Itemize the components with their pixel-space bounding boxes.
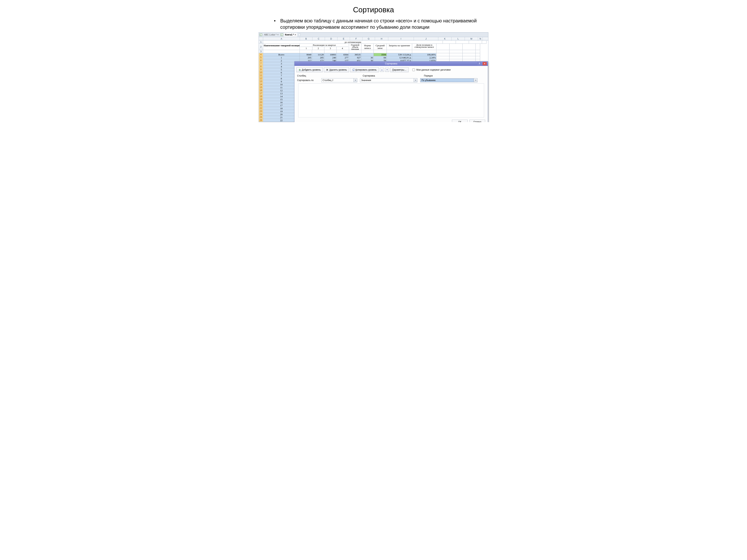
svg-text:X: X — [281, 34, 282, 36]
col-D[interactable]: D — [325, 37, 337, 41]
headers-checkbox[interactable]: Мои данные содержат заголовки — [412, 68, 450, 72]
row-5[interactable]: 5 1 205 205 240 277 927 30 84 12 640,91 … — [259, 56, 488, 59]
excel-file-icon-2: X — [281, 33, 283, 36]
move-down-icon — [386, 69, 388, 71]
cell-J2[interactable]: Доля позиции в совокупном запасе — [412, 44, 436, 50]
excel-file-icon: X — [260, 33, 262, 36]
select-all-corner[interactable] — [259, 37, 263, 41]
tab-abc1-close-icon[interactable]: × — [277, 33, 279, 36]
cell-I2[interactable]: Затраты на хранение — [387, 44, 412, 50]
sort-dialog-title: Сортировка — [385, 62, 397, 65]
sort-column-combo[interactable]: Столбец J ▾ — [321, 78, 357, 82]
col-I[interactable]: I — [388, 37, 414, 41]
add-level-icon — [299, 69, 301, 71]
delete-level-label: Удалить уровень — [329, 69, 347, 71]
col-B[interactable]: B — [300, 37, 312, 41]
col-L[interactable]: L — [452, 37, 465, 41]
copy-level-icon — [352, 69, 355, 71]
slide-title: Сортировка — [255, 6, 492, 14]
col-F[interactable]: F — [350, 37, 362, 41]
cell-A2[interactable]: Наименование товарной позиции — [263, 44, 300, 50]
bullet-dot: • — [274, 18, 276, 30]
cell-header-merged[interactable]: до оптимизации — [263, 41, 443, 44]
sort-col-header: Столбец — [297, 74, 322, 77]
cell-F2[interactable]: Годовой объем продаж — [349, 44, 361, 50]
col-C[interactable]: C — [312, 37, 325, 41]
tab-abc1[interactable]: ABC 1.xlsx * × — [263, 33, 280, 37]
sort-dialog-titlebar[interactable]: Сортировка ? × — [294, 61, 488, 66]
new-tab-button[interactable] — [297, 33, 303, 37]
sort-dialog-footer: ОК Отмена — [294, 118, 488, 122]
cancel-button[interactable]: Отмена — [469, 119, 485, 122]
col-M[interactable]: M — [465, 37, 478, 41]
headers-checkbox-input[interactable] — [412, 69, 415, 71]
col-J[interactable]: J — [414, 37, 438, 41]
headers-checkbox-label: Мои данные содержат заголовки — [416, 69, 450, 71]
chevron-down-icon: ▾ — [354, 78, 357, 82]
move-up-icon — [381, 69, 383, 71]
ok-button[interactable]: ОК — [452, 119, 468, 122]
add-level-button[interactable]: Добавить уровень — [297, 68, 323, 72]
spreadsheet-grid[interactable]: 1 до оптимизации 2 Наименование товарной… — [259, 41, 488, 122]
col-N[interactable]: N — [478, 37, 483, 41]
row-1-header[interactable]: 1 — [259, 41, 263, 44]
cell-B2-merged[interactable]: Реализация за квартал 1 2 3 4 — [300, 44, 349, 50]
sort-criteria-area: Столбец Сортировка Порядок Сортировать п… — [297, 74, 486, 117]
help-button[interactable]: ? — [477, 62, 482, 65]
chevron-down-icon: ▾ — [474, 78, 477, 82]
row-3-header[interactable]: 3 — [259, 50, 263, 53]
col-A[interactable]: A — [263, 37, 300, 41]
sort-row-1: Сортировать по Столбец J ▾ Значения ▾ П — [297, 78, 486, 83]
sort-order-combo[interactable]: По убыванию ▾ — [420, 78, 478, 82]
add-level-label: Добавить уровень — [302, 69, 321, 71]
col-H[interactable]: H — [375, 37, 388, 41]
sort-empty-body — [298, 83, 484, 117]
move-down-button[interactable] — [385, 68, 389, 72]
svg-text:X: X — [260, 34, 261, 36]
excel-window: X ABC 1.xlsx * × X Книга1 * × A B C D — [259, 32, 488, 122]
params-label: Параметры… — [392, 69, 407, 71]
bullet-text: Выделяем всю таблицу с данным начиная со… — [280, 18, 477, 30]
col-G[interactable]: G — [362, 37, 375, 41]
tab-book1-close-icon[interactable]: × — [295, 33, 296, 36]
svg-rect-6 — [353, 69, 355, 70]
copy-level-label: Копировать уровень — [356, 69, 377, 71]
col-E[interactable]: E — [337, 37, 350, 41]
cell-H2[interactable]: Средний запас — [374, 44, 387, 50]
row-2-header[interactable]: 2 — [259, 44, 263, 50]
sort-by-label: Сортировать по — [297, 79, 321, 82]
sort-sort-header: Сортировка — [362, 74, 423, 77]
sort-order-header: Порядок — [423, 74, 484, 77]
delete-level-button[interactable]: Удалить уровень — [324, 68, 349, 72]
tab-book1-label: Книга1 * — [285, 33, 294, 36]
sort-dialog: Сортировка ? × Добавить уровень Удалить … — [294, 61, 488, 122]
column-header-row: A B C D E F G H I J K L M N — [259, 37, 488, 41]
sort-toolbar: Добавить уровень Удалить уровень Копиров… — [294, 66, 488, 74]
slide-bullet: • Выделяем всю таблицу с данным начиная … — [274, 18, 477, 30]
workbook-tabbar: X ABC 1.xlsx * × X Книга1 * × — [259, 32, 488, 37]
tab-book1[interactable]: Книга1 * × — [284, 33, 297, 37]
copy-level-button[interactable]: Копировать уровень — [350, 68, 379, 72]
close-button[interactable]: × — [483, 62, 487, 65]
cell-G2[interactable]: Норма запаса — [361, 44, 374, 50]
col-K[interactable]: K — [438, 37, 452, 41]
tab-abc1-label: ABC 1.xlsx * — [264, 33, 277, 36]
row-4[interactable]: 4 Всего 9949 11129 10093 8364 39535 3594… — [259, 53, 488, 56]
params-button[interactable]: Параметры… — [390, 68, 409, 72]
sort-on-combo[interactable]: Значения ▾ — [360, 78, 417, 82]
delete-level-icon — [326, 69, 329, 71]
chevron-down-icon: ▾ — [414, 78, 417, 82]
move-up-button[interactable] — [380, 68, 384, 72]
